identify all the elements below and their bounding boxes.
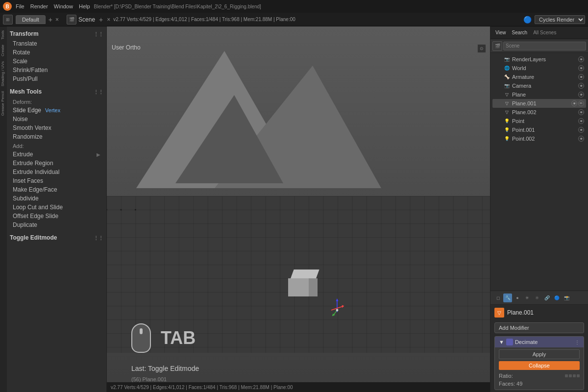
- apply-modifier-button[interactable]: Apply: [499, 349, 580, 359]
- maximize-viewport-button[interactable]: ⊙: [477, 44, 486, 53]
- axes-widget: [327, 296, 347, 316]
- translate-item[interactable]: Translate: [9, 39, 104, 48]
- extrude-individual-item[interactable]: Extrude Individual: [9, 168, 104, 176]
- mesh-tools-section-header[interactable]: Mesh Tools ⋮⋮: [9, 86, 104, 97]
- smooth-vertex-item[interactable]: Smooth Vertex: [9, 123, 104, 132]
- file-menu[interactable]: File: [16, 3, 24, 9]
- collapse-button[interactable]: Collapse: [499, 361, 580, 370]
- plane001-visibility-icon[interactable]: 👁: [571, 100, 577, 106]
- render-menu[interactable]: Render: [30, 3, 48, 9]
- plane002-visibility-icon[interactable]: 👁: [578, 109, 584, 115]
- toggle-editmode-options-icon[interactable]: ⋮⋮: [94, 235, 103, 241]
- workspace-add-button[interactable]: +: [47, 16, 54, 24]
- rotate-item[interactable]: Rotate: [9, 48, 104, 57]
- armature-visibility-icon[interactable]: 👁: [578, 74, 584, 80]
- tab-shading-uvs[interactable]: Shading / UVs: [0, 59, 7, 88]
- view-button[interactable]: View: [493, 29, 508, 36]
- tree-item-armature[interactable]: 🦴 Armature 👁: [492, 73, 586, 81]
- tree-item-plane-001[interactable]: ▽ Plane.001 👁 ✏: [492, 99, 586, 108]
- tree-item-renderlayers[interactable]: 📷 RenderLayers 👁: [492, 55, 586, 64]
- slide-edge-row[interactable]: Slide Edge Vertex: [9, 106, 104, 115]
- point001-visibility-icon[interactable]: 👁: [578, 127, 584, 133]
- workspace-close-button[interactable]: ×: [55, 16, 59, 23]
- tree-item-camera[interactable]: 📷 Camera 👁: [492, 81, 586, 90]
- tab-tools[interactable]: Tools: [0, 28, 7, 42]
- scene-close-button[interactable]: ×: [107, 16, 110, 23]
- title-bar: B File Render Window Help Blender* [D:\P…: [0, 0, 588, 13]
- tab-create[interactable]: Create: [0, 43, 7, 58]
- help-menu[interactable]: Help: [79, 3, 90, 9]
- tree-item-point-001[interactable]: 💡 Point.001 👁: [492, 125, 586, 134]
- viewport-status-bar: v2.77 Verts:4/529 | Edges:4/1,012 | Face…: [107, 382, 490, 392]
- point-visibility-icon[interactable]: 👁: [578, 118, 584, 124]
- plane-icon: ▽: [503, 91, 510, 98]
- plane001-label: Plane.001: [512, 100, 537, 106]
- svg-point-4: [135, 209, 136, 211]
- make-edge-face-item[interactable]: Make Edge/Face: [9, 185, 104, 194]
- svg-point-3: [120, 209, 122, 211]
- tree-item-point[interactable]: 💡 Point 👁: [492, 117, 586, 125]
- scene-icon[interactable]: 🎬: [67, 15, 76, 24]
- particle-icon[interactable]: ✳: [523, 294, 532, 302]
- all-scenes-button[interactable]: All Scenes: [531, 29, 558, 36]
- transform-options-icon[interactable]: ⋮⋮: [94, 31, 103, 37]
- cube-side-face: [309, 278, 318, 296]
- plane-visibility-icon[interactable]: 👁: [578, 92, 584, 98]
- offset-edge-item[interactable]: Offset Edge Slide: [9, 212, 104, 220]
- point002-visibility-icon[interactable]: 👁: [578, 136, 584, 142]
- world-visibility-icon[interactable]: 👁: [578, 65, 584, 71]
- plane001-edit-icon[interactable]: ✏: [578, 100, 584, 106]
- renderlayers-visibility-icon[interactable]: 👁: [578, 56, 584, 62]
- push-pull-item[interactable]: Push/Pull: [9, 74, 104, 83]
- loop-cut-item[interactable]: Loop Cut and Slide: [9, 203, 104, 212]
- scene-label-display: Scene: [503, 42, 586, 50]
- object-data-icon[interactable]: ◻: [493, 294, 502, 302]
- object-icon[interactable]: 🔵: [552, 294, 561, 302]
- randomize-item[interactable]: Randomize: [9, 132, 104, 141]
- ratio-dot-3: [573, 374, 576, 377]
- camera-visibility-icon[interactable]: 👁: [578, 83, 584, 89]
- physics-icon[interactable]: ⚛: [533, 294, 541, 302]
- constraints-icon[interactable]: 🔗: [542, 294, 551, 302]
- render-icon[interactable]: 📸: [562, 294, 571, 302]
- scene-add-button[interactable]: +: [97, 16, 105, 24]
- duplicate-item[interactable]: Duplicate: [9, 220, 104, 229]
- world-label: World: [512, 65, 526, 71]
- transform-section-header[interactable]: Transform ⋮⋮: [9, 28, 104, 39]
- material-icon[interactable]: ●: [513, 294, 522, 302]
- shrink-fatten-item[interactable]: Shrink/Fatten: [9, 66, 104, 74]
- window-title: Blender* [D:\PSD_Blender Training\Blend …: [94, 4, 585, 9]
- ratio-dot-4: [577, 374, 580, 377]
- plane-label: (56) Plane.001: [131, 376, 167, 382]
- modifier-card-header[interactable]: ▼ Decimate ⋮: [495, 337, 584, 347]
- tree-item-plane[interactable]: ▽ Plane 👁: [492, 90, 586, 99]
- window-menu[interactable]: Window: [54, 3, 73, 9]
- outliner-icon-scene[interactable]: 🎬: [492, 41, 502, 51]
- workspace-tab-default[interactable]: Default: [16, 15, 46, 24]
- menu-bar[interactable]: File Render Window Help: [16, 3, 90, 9]
- add-modifier-button[interactable]: Add Modifier: [494, 322, 584, 333]
- left-tabs: Tools Create Shading / UVs Grease Pencil: [0, 26, 7, 392]
- noise-item[interactable]: Noise: [9, 115, 104, 123]
- scale-item[interactable]: Scale: [9, 57, 104, 66]
- search-button[interactable]: Search: [510, 29, 530, 36]
- tree-item-plane-002[interactable]: ▽ Plane.002 👁: [492, 108, 586, 117]
- inset-faces-item[interactable]: Inset Faces: [9, 176, 104, 185]
- subdivide-item[interactable]: Subdivide: [9, 194, 104, 203]
- toggle-editmode-header[interactable]: Toggle Editmode ⋮⋮: [9, 232, 104, 243]
- extrude-item[interactable]: Extrude ▶: [9, 150, 104, 159]
- workspace-tabs[interactable]: Default + ×: [16, 15, 59, 24]
- tree-item-world[interactable]: 🌐 World 👁: [492, 64, 586, 73]
- layout-icon[interactable]: ⊞: [3, 15, 13, 24]
- cube-top-face: [290, 270, 319, 279]
- tab-grease-pencil[interactable]: Grease Pencil: [0, 89, 7, 118]
- mesh-tools-options-icon[interactable]: ⋮⋮: [94, 89, 103, 95]
- tree-item-point-002[interactable]: 💡 Point.002 👁: [492, 134, 586, 143]
- modifier-menu-icon[interactable]: ⋮: [575, 340, 580, 345]
- extrude-region-item[interactable]: Extrude Region: [9, 159, 104, 168]
- viewport[interactable]: TAB Last: Toggle Editmode (56) Plane.001…: [107, 26, 490, 392]
- point-icon: 💡: [503, 118, 510, 124]
- properties-icon-row: ◻ 🔧 ● ✳ ⚛ 🔗 🔵 📸: [493, 294, 571, 302]
- render-engine-select[interactable]: Cycles Render: [535, 15, 585, 24]
- modifier-icon[interactable]: 🔧: [503, 294, 512, 302]
